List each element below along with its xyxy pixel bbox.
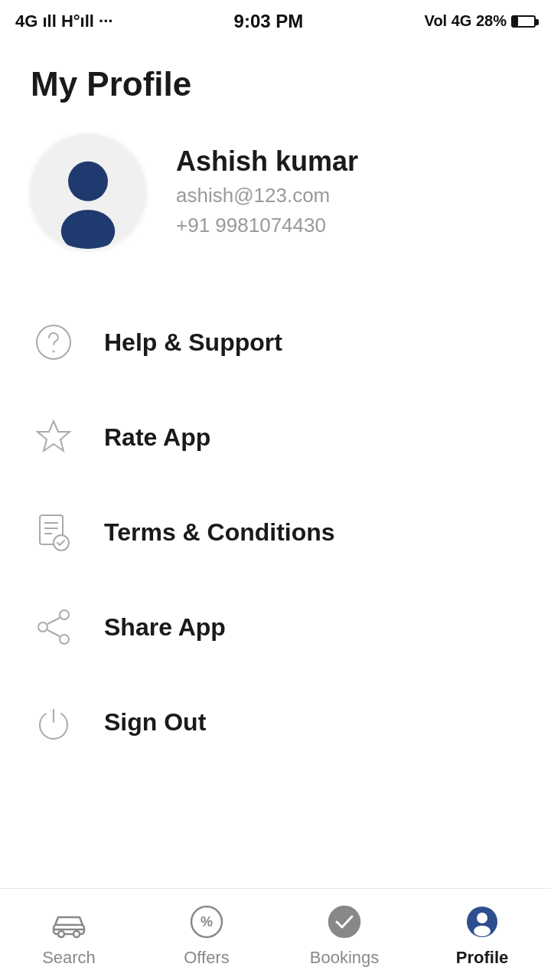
svg-marker-4 [37,421,70,451]
page-content: My Profile Ashish kumar ashish@123.com +… [0,42,551,769]
menu-item-help[interactable]: Help & Support [31,295,520,390]
menu-item-signout[interactable]: Sign Out [31,675,520,769]
network-info: Vol 4G 28% [425,12,507,30]
nav-label-profile: Profile [456,948,508,968]
bookings-icon [324,902,364,942]
status-bar: 4G ıll H°ıll ··· 9:03 PM Vol 4G 28% [0,0,551,42]
svg-point-24 [474,926,491,936]
nav-item-offers[interactable]: % Offers [138,902,276,968]
offers-icon: % [187,902,227,942]
share-icon [31,604,77,650]
menu-label-signout: Sign Out [104,708,206,737]
svg-point-3 [53,351,55,353]
profile-email: ashish@123.com [176,184,358,207]
star-icon [31,414,77,460]
status-left: 4G ıll H°ıll ··· [15,11,112,31]
power-icon [31,699,77,745]
page-title: My Profile [31,65,520,103]
nav-label-offers: Offers [184,948,230,968]
terms-icon [31,509,77,555]
help-icon [31,319,77,365]
menu-label-rate: Rate App [104,423,210,452]
svg-text:%: % [201,914,213,929]
svg-line-14 [47,630,60,636]
status-right: Vol 4G 28% [425,12,536,30]
battery-icon [511,15,536,28]
svg-point-21 [329,906,360,937]
menu-label-terms: Terms & Conditions [104,518,335,547]
signal-info: 4G ıll H°ıll ··· [15,11,112,31]
nav-label-bookings: Bookings [310,948,380,968]
profile-nav-icon [462,902,502,942]
bottom-nav: Search % Offers Bookings [0,888,551,980]
svg-point-17 [73,931,80,937]
svg-point-12 [60,635,69,644]
profile-name: Ashish kumar [176,145,358,178]
menu-list: Help & Support Rate App [31,295,520,769]
svg-point-11 [38,622,47,632]
svg-point-23 [477,913,487,923]
nav-item-profile[interactable]: Profile [413,902,551,968]
profile-phone: +91 9981074430 [176,214,358,237]
profile-info: Ashish kumar ashish@123.com +91 99810744… [176,145,358,237]
svg-point-2 [37,325,70,359]
svg-point-1 [61,210,116,249]
menu-label-help: Help & Support [104,328,282,357]
svg-point-16 [58,931,64,937]
profile-section: Ashish kumar ashish@123.com +91 99810744… [31,134,520,249]
menu-item-rate[interactable]: Rate App [31,390,520,485]
nav-label-search: Search [42,948,96,968]
nav-item-bookings[interactable]: Bookings [276,902,413,968]
menu-label-share: Share App [104,613,226,642]
svg-point-10 [60,610,69,619]
car-icon [49,902,89,942]
avatar[interactable] [31,134,145,249]
svg-point-0 [68,162,108,201]
nav-item-search[interactable]: Search [0,902,138,968]
svg-line-13 [47,618,60,624]
menu-item-terms[interactable]: Terms & Conditions [31,485,520,580]
status-time: 9:03 PM [234,11,304,32]
menu-item-share[interactable]: Share App [31,580,520,675]
avatar-image [38,149,138,249]
